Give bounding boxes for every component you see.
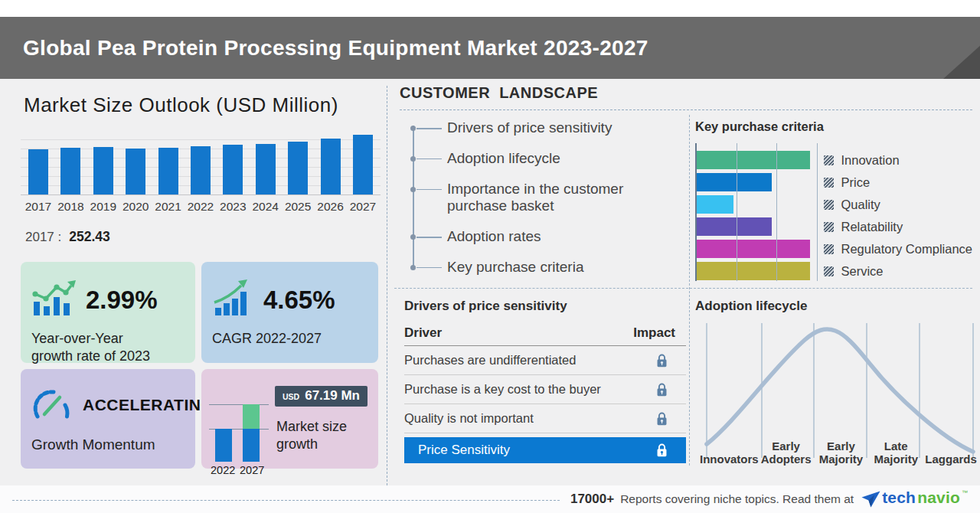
adoption-lifecycle: Adoption lifecycle InnovatorsE <box>695 299 978 466</box>
bar-2019 <box>93 147 113 194</box>
cagr-card: 4.65% CAGR 2022-2027 <box>201 262 378 363</box>
adoption-curve-chart: InnovatorsEarlyAdoptersEarlyMajorityLate… <box>695 322 978 466</box>
legend-label: Service <box>841 264 883 279</box>
year-label: 2022 <box>185 200 216 214</box>
market-size-title: Market Size Outlook (USD Million) <box>24 93 381 117</box>
landscape-topics-list: Drivers of price sensitivityAdoption lif… <box>404 119 668 289</box>
currency-label: USD <box>283 392 299 401</box>
mini-gridline <box>209 404 269 405</box>
bar-2026 <box>321 139 341 194</box>
year-label: 2025 <box>283 200 313 214</box>
legend-item: Price <box>824 173 972 191</box>
top-white-strip <box>0 0 980 17</box>
market-growth-card: 2022 2027 USD 67.19 Mn Market size growt… <box>201 369 378 469</box>
price-sensitivity-row: Price Sensitivity <box>404 437 686 463</box>
legend-item: Service <box>824 262 972 280</box>
segment-label-line: Early <box>814 439 869 453</box>
criteria-bar-5 <box>695 262 810 280</box>
footer: 17000+ Reports covering niche topics. Re… <box>0 485 980 513</box>
stat-boxes: 2.99% Year-over-Year growth rate of 2023 <box>21 262 381 469</box>
segment-label-line: Majority <box>868 453 923 466</box>
report-count: 17000+ <box>570 492 614 507</box>
market-size-section: Market Size Outlook (USD Million) 201720… <box>21 84 381 469</box>
year-label: 2018 <box>55 200 86 214</box>
footer-text: Reports covering niche topics. Read them… <box>620 492 854 506</box>
criteria-bar-2 <box>695 195 733 214</box>
growth-mini-chart: 2022 2027 <box>209 383 275 469</box>
key-purchase-chart <box>695 143 810 281</box>
table-row: Purchase is a key cost to the buyer <box>404 375 686 404</box>
bar-2027 <box>353 135 373 194</box>
brand-tech: tech <box>882 488 916 507</box>
bar-2024 <box>256 144 276 194</box>
year-label: 2021 <box>153 200 184 214</box>
yoy-growth-caption: Year-over-Year growth rate of 2023 <box>31 330 165 364</box>
year-label: 2020 <box>120 200 151 214</box>
mini-label-end: 2027 <box>240 464 264 476</box>
legend-label: Price <box>841 175 870 190</box>
adoption-segment-labels: InnovatorsEarlyAdoptersEarlyMajorityLate… <box>700 439 978 466</box>
criteria-bar-3 <box>695 217 772 236</box>
market-size-bar-chart: 2017201820192020202120222023202420252026… <box>21 131 381 214</box>
hatched-swatch-icon <box>824 200 834 210</box>
bar-chart-up-icon <box>31 279 76 321</box>
footer-dashed-line <box>12 500 560 501</box>
key-purchase-legend: InnovationPriceQualityRelatabilityRegula… <box>824 143 972 284</box>
base-year-callout: 2017 :252.43 <box>25 229 381 245</box>
list-item: Drivers of price sensitivity <box>404 119 668 137</box>
bar-2017 <box>28 149 48 194</box>
list-item: Adoption lifecycle <box>404 150 668 168</box>
segment-label-line: Adopters <box>759 453 814 466</box>
title-bar: Global Pea Protein Processing Equipment … <box>0 17 980 79</box>
hatched-swatch-icon <box>824 244 834 254</box>
legend-item: Quality <box>824 195 972 214</box>
speedometer-icon <box>31 387 73 423</box>
price-sensitivity-label: Price Sensitivity <box>418 443 510 458</box>
legend-label: Relatability <box>841 220 903 234</box>
driver-label: Purchases are undifferentiated <box>404 353 576 368</box>
chart-gridline <box>776 143 777 281</box>
hatched-swatch-icon <box>824 155 834 165</box>
chart-axis <box>695 143 697 281</box>
customer-landscape-section: CUSTOMER LANDSCAPE Drivers of price sens… <box>400 84 972 470</box>
page-title: Global Pea Protein Processing Equipment … <box>23 36 648 60</box>
lock-icon <box>637 443 686 457</box>
key-purchase-title: Key purchase criteria <box>695 119 972 134</box>
list-item: Adoption rates <box>404 228 668 246</box>
mini-bar-2027-growth <box>243 404 260 429</box>
hatched-swatch-icon <box>824 266 834 276</box>
paper-plane-icon <box>861 491 880 511</box>
segment-label-line: Innovators <box>700 453 759 466</box>
customer-landscape-title: CUSTOMER LANDSCAPE <box>400 84 972 110</box>
hatched-swatch-icon <box>824 178 834 188</box>
year-label: 2027 <box>348 200 378 214</box>
segment-label: Laggards <box>923 439 978 466</box>
bar-2018 <box>60 148 80 194</box>
criteria-bar-1 <box>695 173 772 191</box>
criteria-bar-0 <box>695 151 810 169</box>
bar-2021 <box>158 148 178 194</box>
growth-amount-badge: USD 67.19 Mn <box>275 386 368 407</box>
key-purchase-criteria: Key purchase criteria InnovationPriceQua… <box>695 119 972 284</box>
segment-label: EarlyMajority <box>814 439 869 466</box>
mini-bar-2022 <box>215 429 232 462</box>
segment-label-line: Late <box>868 439 923 453</box>
segment-label: EarlyAdopters <box>759 439 814 466</box>
driver-column-header: Driver <box>404 325 442 341</box>
year-label: 2024 <box>250 200 281 214</box>
driver-label: Quality is not important <box>404 411 534 426</box>
drivers-title: Drivers of price sensitivity <box>404 299 686 314</box>
momentum-caption: Growth Momentum <box>31 436 185 454</box>
impact-column-header: Impact <box>633 325 686 341</box>
list-item: Key purchase criteria <box>404 259 668 276</box>
chart-gridline <box>817 143 818 281</box>
growth-caption: Market size growth <box>276 418 364 453</box>
momentum-value: ACCELERATING <box>83 396 214 414</box>
criteria-bar-4 <box>695 240 810 258</box>
momentum-card: ACCELERATING Growth Momentum <box>21 369 195 469</box>
list-item: Importance in the customer purchase bask… <box>404 181 668 216</box>
legend-label: Regulatory Compliance <box>841 242 972 256</box>
table-row: Quality is not important <box>404 404 686 433</box>
segment-label-line: Early <box>759 439 814 453</box>
year-label: 2023 <box>217 200 248 214</box>
